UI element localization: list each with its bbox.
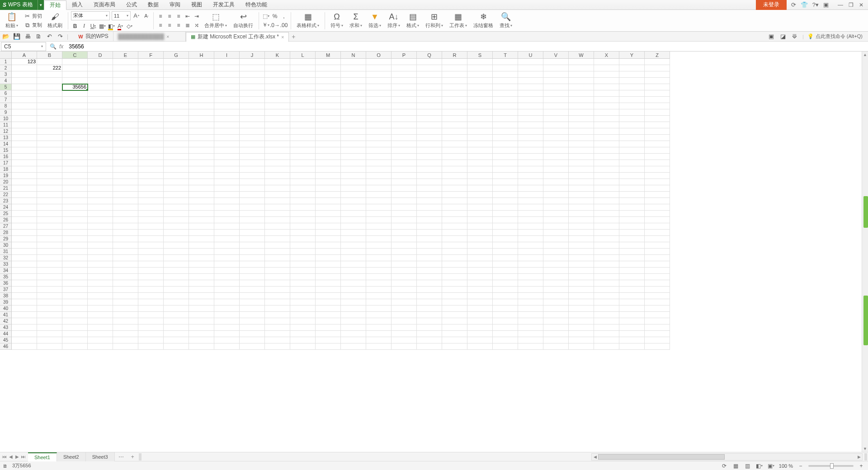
cell-H14[interactable] [189,141,214,147]
cell-X1[interactable] [594,59,619,65]
cell-E41[interactable] [113,312,138,318]
cell-I14[interactable] [214,141,240,147]
font-size-select[interactable]: 11▾ [112,11,131,20]
cell-J20[interactable] [240,179,265,185]
cell-S16[interactable] [467,154,493,160]
cell-T38[interactable] [493,293,518,299]
cell-T27[interactable] [493,223,518,230]
cell-Q36[interactable] [417,280,442,287]
cell-J26[interactable] [240,217,265,223]
cell-S30[interactable] [467,242,493,249]
cell-Z29[interactable] [645,236,670,242]
cell-U39[interactable] [518,299,543,306]
cell-R46[interactable] [442,343,467,350]
cell-I6[interactable] [214,90,240,97]
cell-M21[interactable] [316,185,341,192]
cell-O40[interactable] [366,306,392,312]
merge-button[interactable]: ⬚合并居中▾ [202,11,230,30]
cell-Q19[interactable] [417,173,442,179]
cell-Y33[interactable] [619,261,645,268]
cell-G26[interactable] [164,217,189,223]
cell-A42[interactable] [12,318,37,324]
cell-D8[interactable] [88,103,113,109]
cell-F30[interactable] [138,242,164,249]
cell-L3[interactable] [290,71,316,78]
cell-Z15[interactable] [645,147,670,154]
cell-D28[interactable] [88,230,113,236]
cell-C44[interactable] [62,331,88,337]
cell-A28[interactable] [12,230,37,236]
cell-N23[interactable] [341,198,366,204]
cell-H3[interactable] [189,71,214,78]
cell-T6[interactable] [493,90,518,97]
cell-H11[interactable] [189,122,214,128]
cell-B14[interactable] [37,141,62,147]
row-header-45[interactable]: 45 [0,337,12,343]
cell-W28[interactable] [569,230,594,236]
cell-N9[interactable] [341,109,366,116]
cell-K19[interactable] [265,173,290,179]
cell-J5[interactable] [240,84,265,90]
cell-O32[interactable] [366,255,392,261]
name-box[interactable]: C5 ▾ [1,42,46,51]
cell-F8[interactable] [138,103,164,109]
cell-C26[interactable] [62,217,88,223]
scroll-up-button[interactable]: ▲ [862,52,868,58]
cell-Q27[interactable] [417,223,442,230]
cell-I8[interactable] [214,103,240,109]
cell-V2[interactable] [543,65,569,71]
cell-O27[interactable] [366,223,392,230]
cell-O14[interactable] [366,141,392,147]
cell-L41[interactable] [290,312,316,318]
row-header-36[interactable]: 36 [0,280,12,287]
cell-V14[interactable] [543,141,569,147]
cell-Q9[interactable] [417,109,442,116]
app-badge[interactable]: S WPS 表格 [0,0,38,10]
cell-X19[interactable] [594,173,619,179]
border-button[interactable]: ▦▾ [98,22,106,30]
cell-R9[interactable] [442,109,467,116]
cell-T18[interactable] [493,166,518,173]
cell-N44[interactable] [341,331,366,337]
cell-O45[interactable] [366,337,392,343]
cell-L39[interactable] [290,299,316,306]
cell-O22[interactable] [366,192,392,198]
cell-Y17[interactable] [619,160,645,166]
cell-U17[interactable] [518,160,543,166]
col-header-K[interactable]: K [265,52,290,59]
cell-U19[interactable] [518,173,543,179]
cell-G22[interactable] [164,192,189,198]
cell-A15[interactable] [12,147,37,154]
cell-V41[interactable] [543,312,569,318]
cell-F42[interactable] [138,318,164,324]
cell-Z10[interactable] [645,116,670,122]
cell-E42[interactable] [113,318,138,324]
cell-Y32[interactable] [619,255,645,261]
cell-I4[interactable] [214,78,240,84]
cell-L42[interactable] [290,318,316,324]
cell-S14[interactable] [467,141,493,147]
cell-L7[interactable] [290,97,316,103]
cell-U22[interactable] [518,192,543,198]
cell-V24[interactable] [543,204,569,211]
cell-M4[interactable] [316,78,341,84]
cell-W40[interactable] [569,306,594,312]
cell-J39[interactable] [240,299,265,306]
cell-F46[interactable] [138,343,164,350]
cell-R17[interactable] [442,160,467,166]
cell-Q12[interactable] [417,128,442,135]
cell-N30[interactable] [341,242,366,249]
cell-H44[interactable] [189,331,214,337]
cell-X10[interactable] [594,116,619,122]
cell-J21[interactable] [240,185,265,192]
cell-K18[interactable] [265,166,290,173]
col-header-P[interactable]: P [392,52,417,59]
cell-X36[interactable] [594,280,619,287]
cell-M41[interactable] [316,312,341,318]
row-header-3[interactable]: 3 [0,71,12,78]
cell-N5[interactable] [341,84,366,90]
cell-S25[interactable] [467,211,493,217]
scroll-right-button[interactable]: ▶ [856,455,862,459]
cell-R23[interactable] [442,198,467,204]
cell-T7[interactable] [493,97,518,103]
